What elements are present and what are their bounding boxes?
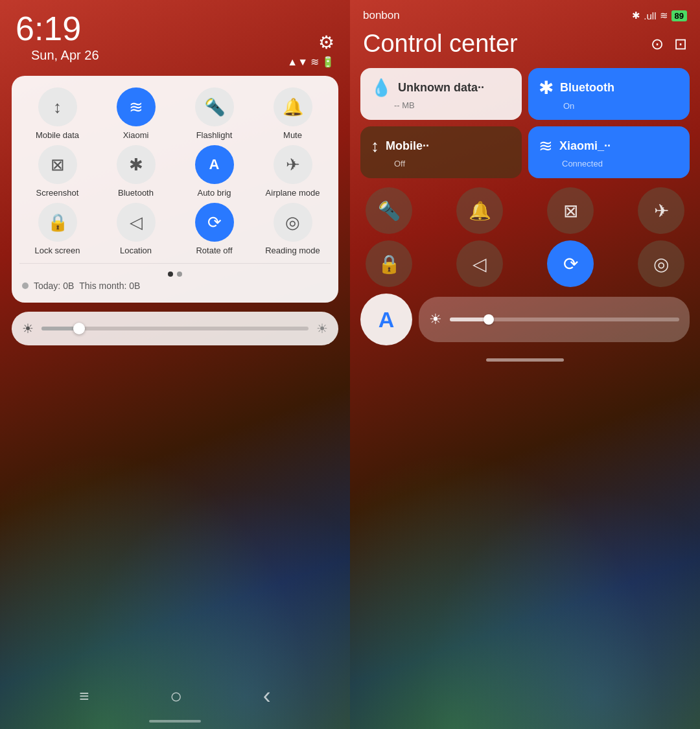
auto-brightness-icon: A [195,145,234,184]
signal-status-icon: .ull [644,10,656,21]
nav-home-icon[interactable]: ○ [170,684,182,708]
qs-item-reading[interactable]: ◎ Reading mode [255,203,331,255]
wifi-status-icon: ≋ [660,10,668,21]
left-date: Sun, Apr 26 [16,48,99,68]
cc-brightness-thumb [484,314,494,325]
cc-brightness-bar[interactable]: ☀ [419,297,690,342]
cc-auto-brightness-button[interactable]: A [360,294,412,345]
qs-item-mute[interactable]: 🔔 Mute [255,87,331,140]
cc-row-1: 💧 Unknown data·· -- MB ✱ Bluetooth On [360,68,690,120]
settings-icon[interactable]: ⚙ [318,32,334,53]
cc-tile-bluetooth[interactable]: ✱ Bluetooth On [528,68,690,120]
right-phone: bonbon ✱ .ull ≋ 89 Control center ⊙ ⊡ 💧 [350,0,700,729]
cc-brightness-track[interactable] [450,318,679,321]
screenshot-icon: ⊠ [38,145,77,184]
brightness-thumb [73,323,85,334]
data-tile-icon: 💧 [371,78,391,98]
mobile-tile-title: Mobile·· [386,139,429,153]
airplane-label: Airplane mode [266,188,320,198]
rotate-icon: ⟳ [195,203,234,242]
qs-item-lock-screen[interactable]: 🔒 Lock screen [19,203,95,255]
cc-tile-wifi[interactable]: ≋ Xiaomi_·· Connected [528,126,690,178]
cc-tile-data-inner: 💧 Unknown data·· [371,78,511,98]
signal-row: ▲▼ ≋ 🔋 [287,56,334,68]
cc-header-icons: ⊙ ⊡ [651,35,687,53]
qs-item-mobile-data[interactable]: ↕ Mobile data [19,87,95,140]
cc-icon-lock[interactable]: 🔒 [366,240,412,287]
mute-icon: 🔔 [274,87,312,126]
right-status-bar: bonbon ✱ .ull ≋ 89 [350,0,700,26]
left-time: 6:19 [16,12,99,45]
flashlight-icon: 🔦 [195,87,234,126]
right-status-icons: ✱ .ull ≋ 89 [632,10,687,21]
cc-header: Control center ⊙ ⊡ [350,26,700,68]
mobile-tile-icon: ↕ [371,136,379,156]
battery-badge: 89 [671,10,687,21]
bluetooth-tile-subtitle: On [563,101,679,111]
qs-item-auto-brightness[interactable]: A Auto brig [176,145,252,198]
data-tile-title: Unknown data·· [398,81,484,95]
cc-icon-location[interactable]: ◁ [456,240,503,287]
qs-divider [19,263,331,264]
qs-data-row: Today: 0B This month: 0B [19,277,331,292]
qs-item-flashlight[interactable]: 🔦 Flashlight [176,87,252,140]
nav-menu-icon[interactable]: ≡ [79,686,89,706]
mobile-tile-subtitle: Off [394,159,511,168]
nav-back-icon[interactable]: ‹ [263,682,271,710]
cc-edit-icon[interactable]: ⊡ [674,35,687,53]
cc-tiles: 💧 Unknown data·· -- MB ✱ Bluetooth On [350,68,700,287]
screenshot-label: Screenshot [36,188,79,198]
wifi-tile-subtitle: Connected [562,159,679,168]
brightness-bar-left[interactable]: ☀ ☀ [12,312,338,345]
brightness-track[interactable] [41,327,309,330]
reading-icon: ◎ [274,203,312,242]
nav-bar-left: ≡ ○ ‹ [0,682,350,710]
qs-item-location[interactable]: ◁ Location [98,203,174,255]
cc-icon-flashlight[interactable]: 🔦 [366,187,412,234]
brightness-high-icon: ☀ [316,321,328,336]
left-status-bar: 6:19 Sun, Apr 26 ⚙ ▲▼ ≋ 🔋 [0,0,350,71]
bluetooth-tile-icon: ✱ [539,77,554,98]
lock-screen-label: Lock screen [34,246,80,255]
home-bar-left [149,720,201,723]
wifi-toggle-icon: ≋ [117,87,156,126]
quick-settings-panel: ↕ Mobile data ≋ Xiaomi 🔦 Flashlight 🔔 Mu… [12,76,338,303]
right-content: bonbon ✱ .ull ≋ 89 Control center ⊙ ⊡ 💧 [350,0,700,362]
qs-dots [19,272,331,277]
mobile-data-label: Mobile data [36,130,79,140]
cc-tile-mobile-inner: ↕ Mobile·· [371,136,511,156]
cc-icon-notification[interactable]: 🔔 [456,187,503,234]
location-icon: ◁ [117,203,156,242]
bluetooth-label: Bluetooth [118,188,154,198]
cc-tile-data[interactable]: 💧 Unknown data·· -- MB [360,68,522,120]
qs-item-rotate[interactable]: ⟳ Rotate off [176,203,252,255]
carrier-label: bonbon [363,9,400,22]
battery-icon: 🔋 [321,56,334,68]
qs-dot-2 [177,272,182,277]
bluetooth-status-icon: ✱ [632,10,640,21]
cc-icon-airplane[interactable]: ✈ [638,187,684,234]
airplane-icon: ✈ [274,145,312,184]
data-tile-subtitle: -- MB [394,100,511,110]
auto-brightness-label: Auto brig [197,188,231,198]
cc-tile-mobile[interactable]: ↕ Mobile·· Off [360,126,522,178]
bluetooth-icon: ✱ [117,145,156,184]
cc-settings-icon[interactable]: ⊙ [651,35,664,53]
auto-brightness-text: A [379,307,395,332]
qs-item-wifi[interactable]: ≋ Xiaomi [98,87,174,140]
cc-tile-bluetooth-inner: ✱ Bluetooth [539,77,679,98]
qs-item-screenshot[interactable]: ⊠ Screenshot [19,145,95,198]
location-label: Location [120,246,152,255]
cc-icon-reading[interactable]: ◎ [638,240,684,287]
month-label: This month: 0B [79,281,140,291]
today-label: Today: 0B [34,281,74,291]
qs-item-bluetooth[interactable]: ✱ Bluetooth [98,145,174,198]
cc-tile-wifi-inner: ≋ Xiaomi_·· [539,136,679,156]
qs-grid: ↕ Mobile data ≋ Xiaomi 🔦 Flashlight 🔔 Mu… [19,87,331,255]
cc-icon-screenshot[interactable]: ⊠ [547,187,594,234]
wifi-label: Xiaomi [123,130,149,140]
cc-icon-rotate[interactable]: ⟳ [547,240,594,287]
data-indicator [22,283,29,289]
cc-title: Control center [363,30,518,58]
qs-item-airplane[interactable]: ✈ Airplane mode [255,145,331,198]
